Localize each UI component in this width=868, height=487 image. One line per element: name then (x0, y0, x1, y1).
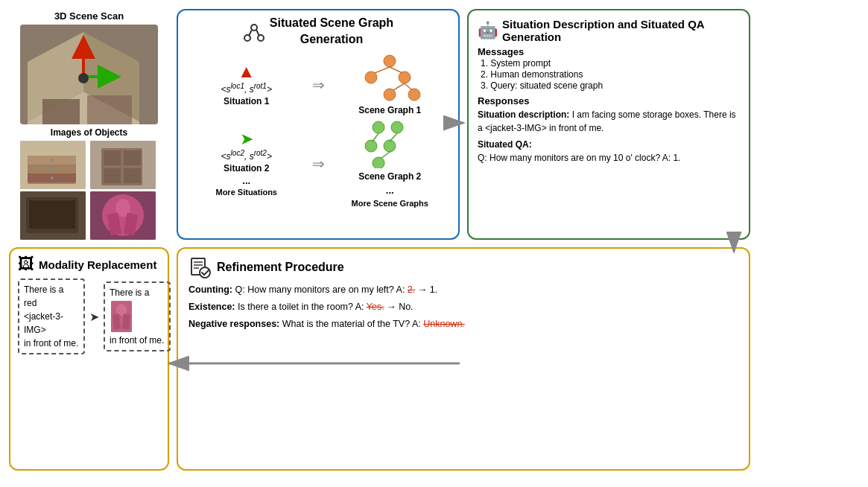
scene-graph-1-label: Scene Graph 1 (358, 105, 421, 115)
ref-title: Refinement Procedure (217, 261, 344, 274)
situation-desc-response: Situation description: I am facing some … (478, 108, 740, 135)
scene-graph-1-svg (356, 54, 423, 102)
ellipsis-graphs: ... (386, 185, 394, 196)
object-image-3 (20, 191, 86, 240)
svg-line-41 (390, 67, 402, 73)
ref-counting-label: Counting: (189, 284, 232, 295)
hollow-arrow-1: ⇒ (312, 76, 325, 94)
svg-line-40 (375, 67, 390, 73)
ellipsis-situations: ... (242, 175, 250, 186)
svg-line-49 (373, 133, 378, 141)
object-image-2 (90, 141, 156, 189)
mod-arrow: ➤ (89, 310, 99, 324)
graph-icon (243, 22, 265, 44)
svg-point-44 (373, 121, 384, 133)
svg-rect-55 (122, 314, 130, 330)
svg-point-37 (399, 71, 411, 83)
message-2: 2. Human demonstrations (481, 69, 740, 80)
svg-rect-19 (124, 150, 141, 165)
svg-point-45 (391, 121, 403, 133)
svg-rect-21 (124, 168, 141, 183)
arrow-up-red: ▲ (238, 63, 256, 80)
ref-negative-strike: Unknown. (423, 319, 465, 329)
sd-qa-text: Q: How many monitors are on my 10 o' clo… (478, 153, 680, 163)
situated-qa-response: Situated QA: Q: How many monitors are on… (478, 138, 740, 165)
scene-graph-2-label: Scene Graph 2 (358, 171, 421, 182)
svg-rect-20 (104, 168, 121, 183)
object-image-1 (20, 141, 86, 189)
modality-icon: 🖼 (18, 255, 34, 274)
responses-label: Responses (478, 95, 740, 106)
ref-counting-text: Q: How many monitors are on my left? A: (235, 284, 408, 295)
svg-point-13 (51, 159, 54, 162)
message-3: 3. Query: situated scene graph (481, 80, 740, 91)
mod-box2-prefix: There is a (110, 286, 149, 299)
svg-point-14 (51, 168, 54, 171)
scene-graph-title-line2: Generation (270, 33, 393, 46)
more-situations-label: More Situations (215, 188, 277, 197)
situation-2-label: Situation 2 (224, 163, 269, 174)
ref-existence-strike: Yes. (367, 302, 384, 312)
svg-line-43 (405, 83, 412, 90)
ref-negative-text: What is the material of the TV? A: (282, 319, 423, 329)
mod-box1-line3: in front of me. (24, 338, 78, 348)
svg-line-42 (393, 83, 405, 90)
more-graphs-label: More Scene Graphs (352, 199, 428, 208)
svg-rect-3 (42, 99, 80, 124)
mod-box1-line2: <jacket-3-IMG> (24, 311, 63, 335)
svg-line-51 (381, 152, 390, 159)
scan-image (20, 25, 158, 124)
modality-box-1: There is a red <jacket-3-IMG> in front o… (18, 278, 85, 354)
svg-point-15 (51, 176, 54, 179)
svg-point-35 (384, 55, 396, 67)
mod-content: There is a red <jacket-3-IMG> in front o… (18, 278, 160, 354)
sd-qa-label: Situated QA: (478, 139, 532, 150)
ref-counting-arrow: → 1. (418, 284, 437, 295)
svg-point-53 (116, 304, 127, 316)
mod-box2-suffix: in front of me. (110, 334, 164, 347)
object-image-4 (90, 191, 156, 240)
svg-point-48 (373, 157, 384, 168)
svg-line-50 (390, 133, 397, 141)
arrow-right-green: ➤ (240, 131, 253, 147)
scene-graph-title-line1: Situated Scene Graph (270, 16, 393, 30)
svg-point-47 (384, 140, 396, 152)
ref-existence-label: Existence: (189, 302, 235, 312)
sd-header: 🤖 Situation Description and Situated QA … (478, 18, 740, 43)
hollow-arrow-2: ⇒ (312, 155, 325, 173)
svg-line-34 (256, 30, 259, 36)
ref-header: Refinement Procedure (189, 256, 738, 278)
ref-counting: Counting: Q: How many monitors are on my… (189, 283, 738, 297)
panel-modality: 🖼 Modality Replacement There is a red <j… (9, 247, 169, 471)
svg-rect-24 (29, 200, 75, 229)
panel-situation-desc: 🤖 Situation Description and Situated QA … (467, 9, 750, 240)
ref-existence: Existence: Is there a toilet in the room… (189, 300, 738, 314)
jacket-image (111, 301, 132, 332)
ref-existence-arrow: → No. (387, 302, 413, 312)
objects-title: Images of Objects (51, 127, 127, 138)
messages-label: Messages (478, 46, 740, 57)
mod-header: 🖼 Modality Replacement (18, 255, 160, 274)
scan-title: 3D Scene Scan (54, 10, 124, 22)
ref-counting-strike: 2. (408, 284, 415, 295)
situation-1-label: Situation 1 (224, 96, 269, 106)
panel-refinement: Refinement Procedure Counting: Q: How ma… (177, 247, 750, 471)
scene-graph-2-svg (356, 120, 423, 168)
ref-negative: Negative responses: What is the material… (189, 317, 738, 331)
notation-1: <sloc1, srot1> (221, 82, 272, 95)
panel-3d-scan: 3D Scene Scan (9, 9, 169, 240)
mod-box2-content: There is a (110, 286, 149, 299)
svg-rect-18 (104, 150, 121, 165)
main-wrapper: 3D Scene Scan (0, 0, 868, 487)
modality-box-2: There is a in front of me. (104, 281, 171, 351)
sd-bold-label: Situation description: (478, 109, 569, 120)
chatgpt-icon: 🤖 (478, 21, 498, 40)
mod-title: Modality Replacement (39, 258, 156, 271)
refinement-icon (189, 256, 211, 278)
svg-point-39 (408, 89, 420, 101)
svg-rect-54 (113, 314, 121, 330)
ref-negative-label: Negative responses: (189, 319, 279, 329)
svg-point-46 (365, 140, 377, 152)
svg-rect-4 (87, 95, 132, 124)
sd-title: Situation Description and Situated QA Ge… (502, 18, 740, 43)
